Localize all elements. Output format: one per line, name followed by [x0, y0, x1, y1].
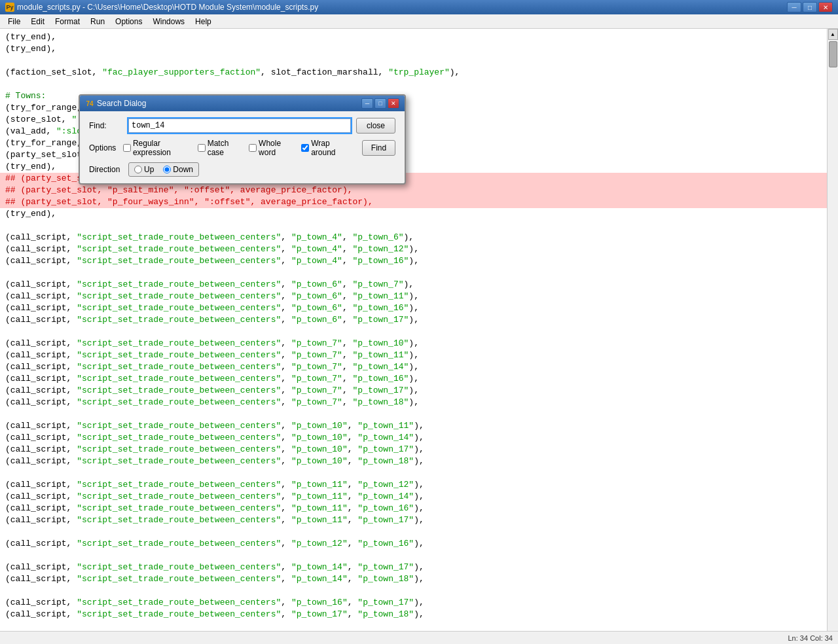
- code-line: (faction_set_slot, "fac_player_supporter…: [0, 67, 827, 79]
- dialog-title-text: Search Dialog: [97, 99, 146, 108]
- checkbox-group: Regular expression Match case Whole word: [123, 139, 395, 157]
- code-line: (call_script, "script_set_trade_route_be…: [0, 338, 827, 349]
- matchcase-label: Match case: [208, 139, 240, 157]
- dialog-minimize-button[interactable]: ─: [361, 98, 373, 109]
- code-line: ## (party_set_slot, "p_salt_mine", ":off…: [0, 185, 827, 196]
- code-line: (call_script, "script_set_trade_route_be…: [0, 479, 827, 491]
- direction-row: Direction Up Down: [89, 162, 395, 177]
- code-line: (call_script, "script_set_trade_route_be…: [0, 314, 827, 326]
- code-line: (call_script, "script_set_trade_route_be…: [0, 232, 827, 243]
- code-line: [0, 467, 827, 479]
- code-line: [0, 79, 827, 90]
- minimize-button[interactable]: ─: [787, 2, 801, 12]
- search-dialog[interactable]: 74 Search Dialog ─ □ ✕ Find: close: [79, 94, 406, 185]
- dialog-close-button[interactable]: ✕: [388, 98, 399, 109]
- code-line: (call_script, "script_set_trade_route_be…: [0, 597, 827, 609]
- window-title: module_scripts.py - C:\Users\Home\Deskto…: [17, 3, 318, 12]
- code-line: [0, 585, 827, 597]
- app-icon: Py: [5, 3, 14, 12]
- up-label: Up: [144, 165, 154, 174]
- wholeword-checkbox[interactable]: [249, 144, 257, 152]
- code-line: [0, 55, 827, 67]
- code-line: (call_script, "script_set_trade_route_be…: [0, 302, 827, 314]
- code-line: (call_script, "script_set_trade_route_be…: [0, 243, 827, 255]
- code-line: (call_script, "script_set_trade_route_be…: [0, 503, 827, 514]
- code-line: (call_script, "script_set_trade_route_be…: [0, 609, 827, 620]
- window-controls: ─ □ ✕: [787, 2, 833, 12]
- maximize-button[interactable]: □: [803, 2, 817, 12]
- find-row: Find: close: [89, 118, 395, 134]
- dialog-icon: 74: [85, 99, 94, 108]
- radio-up[interactable]: Up: [134, 165, 154, 174]
- scroll-thumb[interactable]: [829, 41, 837, 67]
- menu-help[interactable]: Help: [190, 16, 217, 27]
- radio-down[interactable]: Down: [163, 165, 193, 174]
- code-line: (call_script, "script_set_trade_route_be…: [0, 456, 827, 467]
- status-bar: Ln: 34 Col: 34: [0, 631, 838, 644]
- code-line: (call_script, "script_set_trade_route_be…: [0, 538, 827, 550]
- checkbox-matchcase[interactable]: Match case: [198, 139, 240, 157]
- code-line: (call_script, "script_set_trade_route_be…: [0, 562, 827, 573]
- title-bar: Py module_scripts.py - C:\Users\Home\Des…: [0, 0, 838, 14]
- radio-group: Up Down: [128, 162, 199, 177]
- code-line: (call_script, "script_set_trade_route_be…: [0, 491, 827, 503]
- down-radio[interactable]: [163, 166, 171, 173]
- code-line: (call_script, "script_set_trade_route_be…: [0, 420, 827, 432]
- close-dialog-button[interactable]: close: [356, 118, 395, 134]
- code-line: (call_script, "script_set_trade_route_be…: [0, 514, 827, 526]
- cursor-position: Ln: 34 Col: 34: [788, 634, 833, 642]
- dialog-body: Find: close Options Regular expression: [80, 111, 405, 183]
- menu-windows[interactable]: Windows: [147, 16, 190, 27]
- code-line: (call_script, "script_set_trade_route_be…: [0, 397, 827, 408]
- close-window-button[interactable]: ✕: [818, 2, 833, 12]
- code-line: [0, 550, 827, 562]
- wraparound-checkbox[interactable]: [301, 144, 309, 152]
- code-line: (call_script, "script_set_trade_route_be…: [0, 291, 827, 302]
- code-line: (call_script, "script_set_trade_route_be…: [0, 373, 827, 385]
- regex-label: Regular expression: [133, 139, 189, 157]
- scroll-up-arrow[interactable]: ▲: [828, 29, 838, 40]
- code-line: (call_script, "script_set_trade_route_be…: [0, 444, 827, 456]
- code-line: (call_script, "script_set_trade_route_be…: [0, 573, 827, 585]
- code-line: (try_end),: [0, 43, 827, 55]
- code-line: (try_end),: [0, 208, 827, 220]
- menu-options[interactable]: Options: [110, 16, 147, 27]
- code-line: (call_script, "script_set_trade_route_be…: [0, 361, 827, 373]
- find-input[interactable]: [128, 118, 351, 133]
- code-line: (try_end),: [0, 31, 827, 43]
- code-line: [0, 267, 827, 279]
- checkbox-wholeword[interactable]: Whole word: [249, 139, 292, 157]
- code-line: (call_script, "script_set_trade_route_be…: [0, 432, 827, 444]
- code-line: (call_script, "script_set_trade_route_be…: [0, 349, 827, 361]
- code-line: [0, 526, 827, 538]
- regex-checkbox[interactable]: [123, 144, 131, 152]
- dialog-maximize-button[interactable]: □: [374, 98, 386, 109]
- code-line: ## (party_set_slot, "p_four_ways_inn", "…: [0, 196, 827, 208]
- down-label: Down: [173, 165, 193, 174]
- up-radio[interactable]: [134, 166, 142, 173]
- find-label: Find:: [89, 121, 128, 130]
- code-line: (call_script, "script_set_trade_route_be…: [0, 279, 827, 291]
- menu-run[interactable]: Run: [85, 16, 110, 27]
- options-row: Options Regular expression Match case: [89, 139, 395, 157]
- vertical-scrollbar[interactable]: ▲: [827, 29, 838, 644]
- direction-label: Direction: [89, 165, 128, 174]
- menu-file[interactable]: File: [3, 16, 26, 27]
- dialog-title-controls: ─ □ ✕: [361, 98, 399, 109]
- checkbox-regex[interactable]: Regular expression: [123, 139, 189, 157]
- find-button[interactable]: Find: [362, 140, 395, 156]
- options-label: Options: [89, 143, 123, 152]
- matchcase-checkbox[interactable]: [198, 144, 206, 152]
- menu-format[interactable]: Format: [50, 16, 85, 27]
- wraparound-label: Wrap around: [311, 139, 348, 157]
- code-area[interactable]: (try_end), (try_end), (faction_set_slot,…: [0, 29, 827, 644]
- checkbox-wraparound[interactable]: Wrap around: [301, 139, 348, 157]
- code-line: [0, 326, 827, 338]
- code-line: [0, 408, 827, 420]
- wholeword-label: Whole word: [259, 139, 292, 157]
- code-line: [0, 220, 827, 232]
- code-line: (call_script, "script_set_trade_route_be…: [0, 255, 827, 267]
- menu-bar: File Edit Format Run Options Windows Hel…: [0, 14, 838, 29]
- editor-container: (try_end), (try_end), (faction_set_slot,…: [0, 29, 838, 644]
- menu-edit[interactable]: Edit: [26, 16, 50, 27]
